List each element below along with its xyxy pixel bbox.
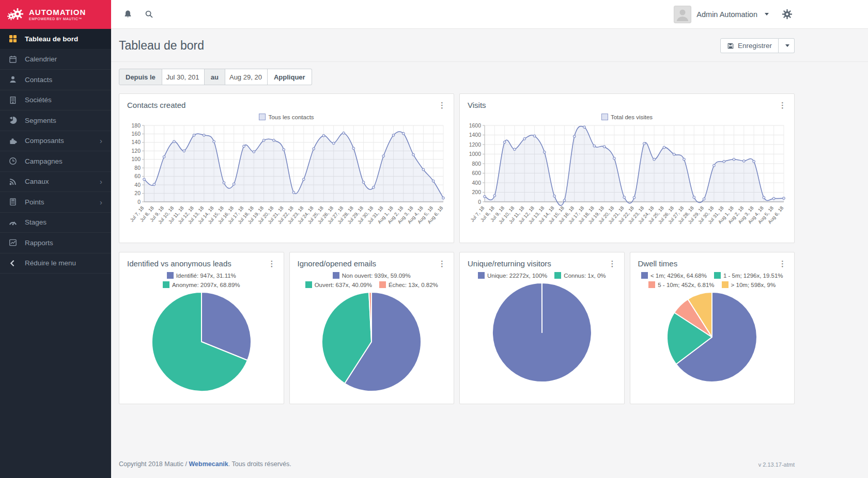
svg-text:60: 60 xyxy=(134,173,141,179)
sidebar-item-contacts[interactable]: Contacts xyxy=(0,70,111,90)
legend-label: Anonyme: 2097x, 68.89% xyxy=(172,282,240,288)
legend-item[interactable]: Tous les contacts xyxy=(259,114,314,120)
chevron-right-icon: › xyxy=(100,198,102,206)
sidebar-item-calendrier[interactable]: Calendrier xyxy=(0,50,111,70)
gauge-icon xyxy=(9,218,17,227)
gears-logo-icon xyxy=(7,6,25,23)
panel-menu-ellipsis-icon[interactable]: ⋮ xyxy=(438,260,446,267)
sidebar-nav: Tableau de bordCalendrierContactsSociété… xyxy=(0,29,111,274)
sidebar-item-canaux[interactable]: Canaux› xyxy=(0,172,111,193)
settings-gear-icon[interactable] xyxy=(782,9,792,19)
panel-menu-ellipsis-icon[interactable]: ⋮ xyxy=(438,101,446,109)
sidebar-item-composants[interactable]: Composants› xyxy=(0,131,111,152)
building-icon xyxy=(9,96,17,104)
svg-text:100: 100 xyxy=(131,156,141,162)
legend-label: Total des visites xyxy=(611,114,653,120)
legend-swatch xyxy=(163,281,169,288)
svg-text:1200: 1200 xyxy=(469,141,482,148)
legend-swatch xyxy=(601,114,608,120)
legend-swatch xyxy=(648,281,655,288)
notifications-bell-icon[interactable] xyxy=(123,10,132,19)
search-icon[interactable] xyxy=(145,10,153,19)
sidebar-item-rapports[interactable]: Rapports xyxy=(0,233,111,253)
chart-legend: Non ouvert: 939x, 59.09%Ouvert: 637x, 40… xyxy=(290,272,454,288)
legend-item[interactable]: > 10m; 598x, 9% xyxy=(722,281,776,288)
sidebar-item-label: Stages xyxy=(25,218,47,226)
svg-text:0: 0 xyxy=(478,199,481,205)
apply-button[interactable]: Appliquer xyxy=(268,69,312,85)
legend-swatch xyxy=(478,272,485,279)
legend-item[interactable]: 1 - 5m; 1296x, 19.51% xyxy=(714,272,783,279)
sidebar-item-tableau-de-bord[interactable]: Tableau de bord xyxy=(0,29,111,50)
legend-item[interactable]: 5 - 10m; 452x, 6.81% xyxy=(648,281,714,288)
sidebar-item-label: Sociétés xyxy=(25,96,52,104)
legend-label: 5 - 10m; 452x, 6.81% xyxy=(658,282,714,288)
svg-text:1600: 1600 xyxy=(469,122,482,129)
content: Tableau de bord Enregistrer xyxy=(111,29,868,478)
legend-label: Ouvert: 637x, 40.09% xyxy=(315,282,372,288)
panel-menu-ellipsis-icon[interactable]: ⋮ xyxy=(779,101,786,109)
date-from-input[interactable] xyxy=(162,69,205,85)
legend-swatch xyxy=(333,272,339,279)
legend-item[interactable]: Total des visites xyxy=(601,114,653,120)
footer: Copyright 2018 Mautic / Webmecanik. Tous… xyxy=(119,451,795,478)
svg-text:180: 180 xyxy=(131,122,141,129)
legend-item[interactable]: Échec: 13x, 0.82% xyxy=(379,281,438,288)
panel-menu-ellipsis-icon[interactable]: ⋮ xyxy=(268,260,276,267)
pie-chart-ignored-opened-emails xyxy=(290,291,454,392)
svg-text:120: 120 xyxy=(131,148,141,154)
sidebar-item-label: Points xyxy=(25,198,44,206)
legend-swatch xyxy=(641,272,648,279)
panel-unique-returning-visitors: Unique/returning visitors⋮Unique: 22272x… xyxy=(459,252,625,404)
avatar[interactable] xyxy=(674,6,691,23)
sidebar-item-socie-te-s[interactable]: Sociétés xyxy=(0,90,111,111)
chevron-down-icon xyxy=(785,44,789,47)
calendar-icon xyxy=(9,55,17,63)
legend-item[interactable]: Connus: 1x, 0% xyxy=(554,272,606,279)
save-button[interactable]: Enregistrer xyxy=(720,38,779,53)
legend-swatch xyxy=(259,114,266,120)
user-menu[interactable]: Admin Automation xyxy=(696,10,757,19)
panel-contacts-created: Contacts created⋮Tous les contacts020406… xyxy=(119,93,454,243)
panel-menu-ellipsis-icon[interactable]: ⋮ xyxy=(779,260,786,267)
sidebar-collapse[interactable]: Réduire le menu xyxy=(0,253,111,274)
pie-chart-dwell-times xyxy=(630,291,795,383)
webmecanik-link[interactable]: Webmecanik xyxy=(189,460,228,468)
line-chart-visits: 02004006008001000120014001600Jul 7, 18Ju… xyxy=(460,120,794,234)
legend-swatch xyxy=(554,272,561,279)
legend-item[interactable]: < 1m; 4296x, 64.68% xyxy=(641,272,707,279)
legend-item[interactable]: Non ouvert: 939x, 59.09% xyxy=(333,272,411,279)
page-title: Tableau de bord xyxy=(119,39,204,53)
puzzle-icon xyxy=(9,137,17,145)
sidebar-item-label: Canaux xyxy=(25,178,49,185)
sidebar-item-stages[interactable]: Stages xyxy=(0,213,111,233)
sidebar-item-campagnes[interactable]: Campagnes xyxy=(0,151,111,172)
pie-icon xyxy=(9,116,17,124)
legend-label: Identifié: 947x, 31.11% xyxy=(176,273,236,279)
line-chart-contacts-created: 020406080100120140160180Jul 7, 18Jul 8, … xyxy=(119,120,454,234)
legend-swatch xyxy=(167,272,174,279)
sidebar-item-label: Réduire le menu xyxy=(25,259,76,267)
chevron-down-icon[interactable] xyxy=(765,13,769,15)
sidebar-item-points[interactable]: Points› xyxy=(0,192,111,213)
date-to-input[interactable] xyxy=(225,69,268,85)
sidebar-item-segments[interactable]: Segments xyxy=(0,110,111,131)
legend-label: Tous les contacts xyxy=(268,114,314,120)
legend-item[interactable]: Identifié: 947x, 31.11% xyxy=(167,272,236,279)
panel-title: Dwell times xyxy=(638,259,678,268)
legend-item[interactable]: Unique: 22272x, 100% xyxy=(478,272,547,279)
panel-title: Contacts created xyxy=(127,101,185,109)
legend-item[interactable]: Anonyme: 2097x, 68.89% xyxy=(163,281,240,288)
legend-label: > 10m; 598x, 9% xyxy=(731,282,776,288)
legend-label: Connus: 1x, 0% xyxy=(564,273,606,279)
panel-menu-ellipsis-icon[interactable]: ⋮ xyxy=(609,260,616,267)
svg-text:0: 0 xyxy=(137,199,141,205)
legend-label: Non ouvert: 939x, 59.09% xyxy=(342,273,411,279)
svg-text:1000: 1000 xyxy=(469,151,482,157)
logo-subtitle: EMPOWERED BY MAUTIC™ xyxy=(29,17,86,21)
save-dropdown-button[interactable] xyxy=(779,38,795,53)
svg-text:160: 160 xyxy=(131,131,141,137)
chart-legend: Unique: 22272x, 100%Connus: 1x, 0% xyxy=(460,272,624,279)
user-icon xyxy=(9,75,17,84)
legend-item[interactable]: Ouvert: 637x, 40.09% xyxy=(305,281,372,288)
